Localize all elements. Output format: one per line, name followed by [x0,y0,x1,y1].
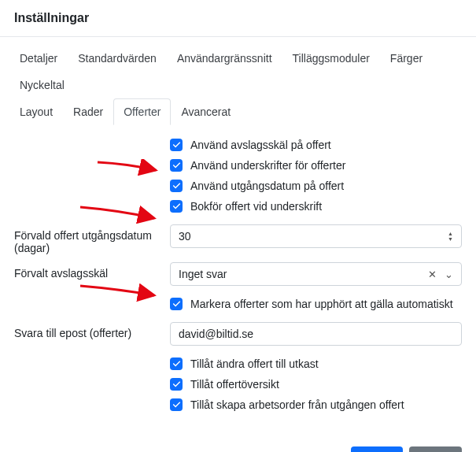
default-reason-label: Förvalt avslagsskäl [14,262,170,280]
clear-icon[interactable]: ✕ [428,269,437,280]
tab-anvandargranssnitt[interactable]: Användargränssnitt [167,45,282,72]
check-markera-offerter[interactable]: Markera offerter som har upphört att gäl… [170,294,462,314]
tab-standardvarden[interactable]: Standardvärden [68,45,167,72]
reply-email-input[interactable]: david@biltid.se [170,322,462,346]
save-button[interactable]: Spara [351,446,402,452]
checkbox-icon [170,139,183,151]
reply-email-label: Svara till epost (offerter) [14,322,170,339]
tabs-row-1: Detaljer Standardvärden Användargränssni… [0,37,476,98]
expiry-days-label: Förvald offert utgångsdatum (dagar) [14,224,170,254]
default-reason-select[interactable]: Inget svar ✕ ⌄ [170,262,462,286]
tabs-row-2: Layout Rader Offerter Avancerat [0,98,476,125]
tab-farger[interactable]: Färger [380,45,433,72]
checkbox-icon [170,180,183,192]
check-anvand-utgangsdatum[interactable]: Använd utgångsdatum på offert [170,176,462,196]
tab-avancerat[interactable]: Avancerat [171,98,241,125]
check-anvand-underskrifter[interactable]: Använd underskrifter för offerter [170,155,462,176]
checkbox-icon [170,358,183,370]
content: Använd avslagsskäl på offert Använd unde… [0,125,476,437]
tab-layout[interactable]: Layout [9,98,63,125]
expiry-days-input[interactable]: 30 ▲ ▼ [170,224,462,248]
page-title: Inställningar [0,0,476,36]
chevron-down-icon[interactable]: ⌄ [445,269,453,280]
checkbox-icon [170,398,183,411]
reply-email-value: david@biltid.se [179,328,253,340]
tab-rader[interactable]: Rader [63,98,113,125]
check-anvand-avslagsskal[interactable]: Använd avslagsskäl på offert [170,135,462,155]
spinner-down-icon[interactable]: ▼ [448,237,453,242]
cancel-button[interactable]: Avbryt [409,446,462,452]
check-label: Tillåt offertöversikt [190,378,279,391]
check-bokfor-offert[interactable]: Bokför offert vid underskrift [170,196,462,217]
check-label: Använd underskrifter för offerter [190,159,345,172]
check-label: Tillåt skapa arbetsorder från utgången o… [190,398,404,411]
tab-tillaggsmoduler[interactable]: Tilläggsmoduler [282,45,380,72]
check-label: Bokför offert vid underskrift [190,200,322,213]
check-label: Använd avslagsskäl på offert [190,139,331,151]
expiry-days-value: 30 [179,230,191,243]
tab-offerter[interactable]: Offerter [113,98,171,125]
tab-nyckeltal[interactable]: Nyckeltal [9,72,75,98]
check-label: Tillåt ändra offert till utkast [190,358,319,370]
check-label: Markera offerter som har upphört att gäl… [190,298,453,310]
check-tillat-offertsoversikt[interactable]: Tillåt offertöversikt [170,374,462,395]
checkbox-icon [170,200,183,213]
number-spinner[interactable]: ▲ ▼ [448,232,453,242]
checkbox-icon [170,378,183,391]
spinner-up-icon[interactable]: ▲ [448,232,453,236]
checkbox-icon [170,159,183,172]
check-label: Använd utgångsdatum på offert [190,180,344,192]
tab-detaljer[interactable]: Detaljer [9,45,68,72]
check-tillat-skapa-arbetsorder[interactable]: Tillåt skapa arbetsorder från utgången o… [170,395,462,415]
checkbox-icon [170,298,183,310]
default-reason-value: Inget svar [179,268,227,280]
footer: Spara Avbryt [0,437,476,452]
check-tillat-andra-offert[interactable]: Tillåt ändra offert till utkast [170,354,462,374]
